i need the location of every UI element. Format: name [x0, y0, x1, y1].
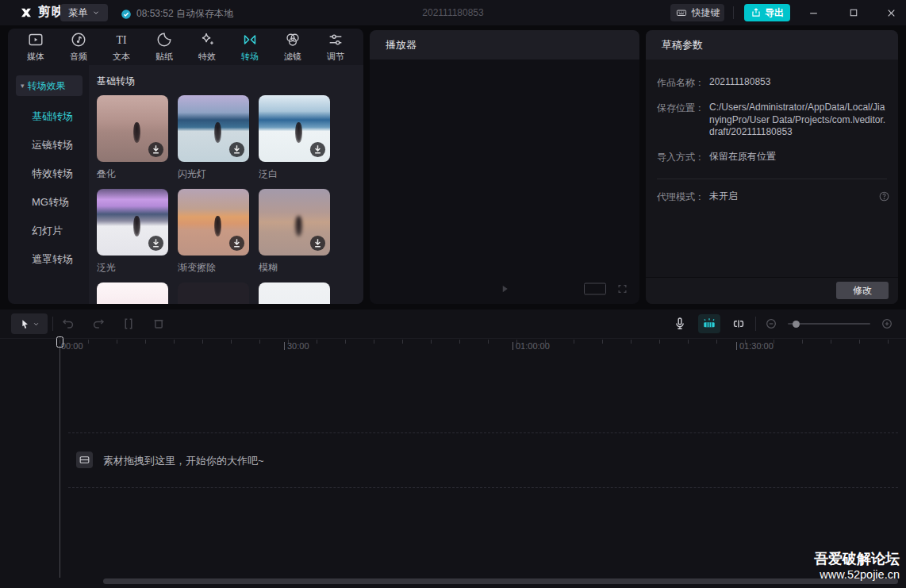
select-tool-button[interactable]	[11, 313, 48, 334]
player-title: 播放器	[386, 38, 417, 52]
nav-item-mask-transition[interactable]: 遮罩转场	[8, 245, 89, 274]
download-icon[interactable]	[309, 235, 326, 252]
timeline-hint: 素材拖拽到这里，开始你的大作吧~	[103, 454, 264, 468]
tab-adjust[interactable]: 调节	[314, 29, 357, 65]
transition-item[interactable]: 泛光	[97, 189, 168, 275]
window-maximize-button[interactable]	[844, 3, 863, 22]
project-title: 202111180853	[422, 7, 483, 18]
transition-item[interactable]: 模糊	[259, 189, 330, 275]
player-panel: 播放器	[370, 30, 639, 304]
ruler-label: 01:00:00	[513, 341, 550, 351]
zoom-in-icon[interactable]	[881, 317, 893, 330]
export-label: 导出	[765, 6, 784, 20]
ruler-label: 00:00	[61, 341, 83, 351]
autosave-check-icon	[121, 9, 132, 20]
autosave-text: 08:53:52 自动保存本地	[136, 7, 233, 21]
tab-text[interactable]: TI 文本	[100, 29, 143, 65]
shortcut-key-label: 快捷键	[692, 6, 720, 20]
transition-grid-area: 基础转场 叠化 闪光灯	[89, 65, 363, 304]
redo-icon[interactable]	[90, 316, 106, 332]
toolbar-separator	[52, 317, 53, 331]
adjust-icon	[327, 31, 344, 48]
filter-icon	[284, 31, 301, 48]
window-close-button[interactable]	[881, 3, 900, 22]
transition-item[interactable]	[97, 282, 168, 304]
tab-sticker[interactable]: 贴纸	[143, 29, 186, 65]
horizontal-scrollbar[interactable]	[103, 578, 898, 584]
timeline-section: 00:00 30:00 01:00:00 01:30:00 素材拖拽到这里，开始…	[0, 309, 906, 588]
timeline-zoom-slider[interactable]	[788, 323, 870, 325]
toolbar-separator	[755, 317, 756, 331]
transition-grid: 叠化 闪光灯 泛白	[97, 95, 363, 304]
keyboard-icon	[675, 7, 688, 18]
help-icon[interactable]	[878, 190, 890, 202]
zoom-slider-handle[interactable]	[793, 321, 800, 328]
media-library-panel: 媒体 音频 TI 文本 贴纸 特效 转场	[8, 29, 363, 304]
tab-transition[interactable]: 转场	[228, 29, 271, 65]
download-icon[interactable]	[228, 235, 245, 252]
auto-beat-icon[interactable]	[698, 314, 720, 333]
titlebar: 剪映 菜单 08:53:52 自动保存本地 202111180853 快捷键	[0, 0, 906, 25]
draft-row-import-mode: 导入方式： 保留在原有位置	[657, 151, 887, 163]
aspect-ratio-button[interactable]	[584, 283, 606, 295]
download-icon[interactable]	[148, 141, 164, 158]
tab-filter[interactable]: 滤镜	[271, 29, 314, 65]
timeline-ruler[interactable]	[60, 340, 906, 344]
autosave-status: 08:53:52 自动保存本地	[121, 7, 233, 21]
sticker-icon	[155, 31, 173, 48]
tab-effects[interactable]: 特效	[186, 29, 228, 65]
zoom-out-icon[interactable]	[765, 317, 777, 330]
menu-button[interactable]: 菜单	[60, 4, 108, 21]
modify-button[interactable]: 修改	[836, 282, 889, 299]
export-icon	[751, 7, 762, 18]
split-icon[interactable]	[121, 316, 136, 332]
play-icon[interactable]	[497, 282, 512, 296]
draft-import-mode-value: 保留在原有位置	[709, 151, 887, 163]
preview-axis-icon[interactable]	[731, 316, 747, 332]
tab-audio[interactable]: 音频	[57, 29, 100, 65]
undo-icon[interactable]	[60, 316, 76, 332]
microphone-icon[interactable]	[672, 316, 688, 332]
transition-category-nav: ▾ 转场效果 基础转场 运镜转场 特效转场 MG转场 幻灯片 遮罩转场	[8, 65, 89, 304]
nav-item-camera-transition[interactable]: 运镜转场	[8, 131, 89, 159]
group-expand-arrow-icon: ▾	[21, 82, 25, 90]
tab-media[interactable]: 媒体	[14, 29, 57, 65]
transition-item[interactable]	[259, 282, 330, 304]
download-icon[interactable]	[148, 235, 164, 252]
transition-item[interactable]	[178, 282, 249, 304]
draft-proxy-mode-value: 未开启	[709, 190, 887, 203]
draft-params-panel: 草稿参数 作品名称： 202111180853 保存位置： C:/Users/A…	[646, 30, 898, 304]
download-icon[interactable]	[228, 141, 245, 158]
media-frame-icon	[76, 452, 93, 468]
ruler-label: 30:00	[284, 341, 309, 351]
shortcut-key-button[interactable]: 快捷键	[670, 4, 724, 21]
fullscreen-icon[interactable]	[616, 283, 628, 295]
nav-item-slideshow[interactable]: 幻灯片	[8, 217, 89, 245]
download-icon[interactable]	[309, 141, 326, 158]
nav-group-transition-effects[interactable]: ▾ 转场效果	[16, 75, 83, 96]
text-icon: TI	[113, 31, 130, 48]
transition-item[interactable]: 叠化	[97, 95, 168, 181]
titlebar-separator	[733, 6, 734, 19]
media-icon	[27, 31, 44, 48]
transition-item[interactable]: 泛白	[259, 95, 330, 181]
nav-item-mg-transition[interactable]: MG转场	[8, 188, 89, 217]
transition-item[interactable]: 渐变擦除	[178, 189, 249, 275]
draft-location-value: C:/Users/Administrator/AppData/Local/Jia…	[709, 102, 887, 139]
menu-button-label: 菜单	[69, 6, 88, 20]
draft-params-header: 草稿参数	[646, 30, 898, 60]
app-logo: 剪映	[19, 4, 65, 21]
svg-text:TI: TI	[117, 34, 127, 46]
transition-item[interactable]: 闪光灯	[178, 95, 249, 181]
nav-item-effect-transition[interactable]: 特效转场	[8, 159, 89, 188]
window-minimize-button[interactable]	[804, 3, 823, 22]
section-title: 基础转场	[97, 75, 363, 88]
nav-item-basic-transition[interactable]: 基础转场	[8, 102, 89, 131]
export-button[interactable]: 导出	[744, 4, 790, 21]
player-header: 播放器	[370, 30, 639, 60]
jianying-logo-icon	[19, 6, 33, 20]
delete-icon[interactable]	[151, 316, 167, 332]
player-controls	[370, 274, 639, 304]
media-tabbar: 媒体 音频 TI 文本 贴纸 特效 转场	[8, 29, 363, 65]
draft-row-location: 保存位置： C:/Users/Administrator/AppData/Loc…	[657, 102, 887, 139]
